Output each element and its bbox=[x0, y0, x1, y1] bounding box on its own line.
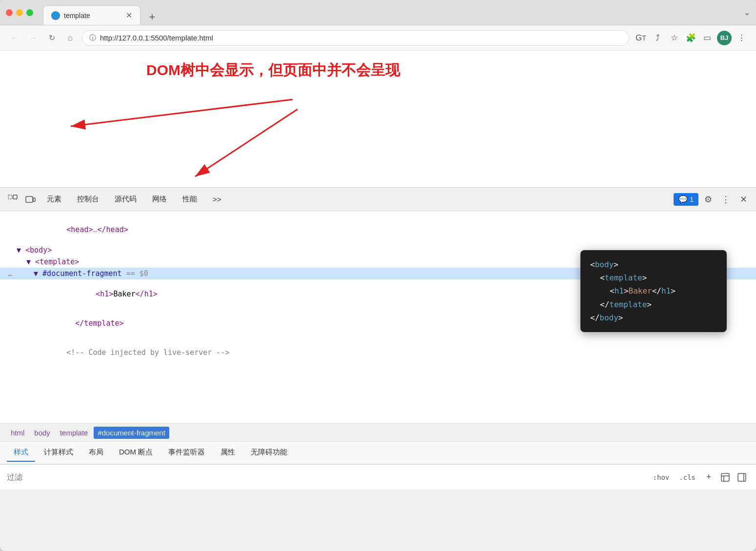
dom-h1-open: <h1> bbox=[96, 290, 113, 298]
tab-styles[interactable]: 样式 bbox=[7, 444, 35, 462]
url-bar[interactable]: ⓘ http://127.0.0.1:5500/template.html bbox=[82, 30, 629, 46]
tab-layout[interactable]: 布局 bbox=[82, 444, 110, 462]
device-toolbar-icon[interactable] bbox=[22, 192, 38, 207]
security-icon: ⓘ bbox=[89, 34, 96, 42]
browser-tab[interactable]: template ✕ bbox=[43, 5, 140, 25]
dom-template-close: </template> bbox=[75, 319, 123, 328]
svg-line-2 bbox=[71, 99, 293, 126]
tab-close-button[interactable]: ✕ bbox=[126, 11, 132, 20]
dom-h1-close: </h1> bbox=[136, 290, 158, 298]
tab-console[interactable]: 控制台 bbox=[70, 192, 106, 207]
avatar[interactable]: BJ bbox=[717, 31, 732, 45]
tab-sources[interactable]: 源代码 bbox=[108, 192, 143, 207]
filter-hov-button[interactable]: :hov bbox=[649, 472, 674, 483]
dom-tree: <head>…</head> ▼ <body> ▼ <template> … ▼… bbox=[0, 211, 756, 423]
title-bar: template ✕ + ⌄ bbox=[0, 0, 756, 25]
split-view-icon[interactable]: ▭ bbox=[700, 31, 714, 45]
dom-var: $0 bbox=[139, 269, 148, 278]
annotation-text: DOM树中会显示，但页面中并不会呈现 bbox=[146, 60, 400, 80]
breadcrumb-body[interactable]: body bbox=[30, 427, 54, 439]
code-tooltip: <body> <template> <h1>Baker</h1> </templ… bbox=[580, 250, 727, 332]
tab-properties[interactable]: 属性 bbox=[214, 444, 242, 462]
forward-button[interactable]: → bbox=[26, 31, 40, 45]
add-style-rule-button[interactable]: + bbox=[701, 470, 716, 485]
tab-favicon bbox=[51, 11, 60, 20]
console-badge[interactable]: 💬 1 bbox=[674, 193, 698, 206]
element-picker-icon[interactable] bbox=[5, 192, 20, 207]
tab-elements[interactable]: 元素 bbox=[40, 192, 68, 207]
dom-template-tag: <template> bbox=[31, 257, 79, 266]
dom-eq: == bbox=[122, 269, 139, 278]
svg-rect-11 bbox=[738, 473, 746, 481]
devtools-panel: 元素 控制台 源代码 网络 性能 >> 💬 1 ⚙ ⋮ ✕ <head>…</h… bbox=[0, 187, 756, 490]
tab-dom-breakpoints[interactable]: DOM 断点 bbox=[112, 444, 159, 462]
address-bar: ← → ↻ ⌂ ⓘ http://127.0.0.1:5500/template… bbox=[0, 25, 756, 51]
browser-window: template ✕ + ⌄ ← → ↻ ⌂ ⓘ http://127.0.0.… bbox=[0, 0, 756, 551]
new-tab-button[interactable]: + bbox=[144, 9, 160, 25]
tab-network[interactable]: 网络 bbox=[145, 192, 174, 207]
svg-rect-8 bbox=[721, 473, 729, 481]
devtools-close-icon[interactable]: ✕ bbox=[736, 192, 751, 207]
tooltip-line-4: </template> bbox=[590, 298, 717, 311]
dom-template-triangle: ▼ bbox=[8, 257, 31, 266]
traffic-lights bbox=[6, 9, 33, 16]
back-button[interactable]: ← bbox=[8, 31, 21, 45]
minimize-button[interactable] bbox=[16, 9, 23, 16]
filter-actions: :hov .cls + bbox=[649, 470, 749, 485]
badge-count: 1 bbox=[690, 196, 694, 203]
maximize-button[interactable] bbox=[26, 9, 33, 16]
translate-icon[interactable]: GT bbox=[634, 31, 648, 45]
toggle-sidebar-icon[interactable] bbox=[735, 470, 749, 485]
toolbar-icons: GT ⤴ ☆ 🧩 ▭ BJ ⋮ bbox=[634, 31, 748, 45]
filter-input[interactable] bbox=[7, 473, 645, 482]
dom-dots: … bbox=[8, 269, 12, 278]
dom-h1-text: Baker bbox=[113, 290, 135, 298]
dom-body-tag: <body> bbox=[21, 246, 52, 255]
svg-rect-7 bbox=[33, 198, 35, 201]
tooltip-line-5: </body> bbox=[590, 311, 717, 324]
dom-body-triangle: ▼ bbox=[8, 246, 21, 255]
close-button[interactable] bbox=[6, 9, 13, 16]
breadcrumb-template[interactable]: template bbox=[56, 427, 92, 439]
dom-fragment-tag: #document-fragment bbox=[38, 269, 122, 278]
filter-bar: :hov .cls + bbox=[0, 464, 756, 490]
tab-more[interactable]: >> bbox=[206, 192, 228, 206]
breadcrumb-html[interactable]: html bbox=[7, 427, 28, 439]
share-icon[interactable]: ⤴ bbox=[651, 31, 664, 45]
dom-line-comment: <!-- Code injected by live-server --> bbox=[0, 338, 756, 367]
bookmark-icon[interactable]: ☆ bbox=[667, 31, 681, 45]
lower-tabs: 样式 计算样式 布局 DOM 断点 事件监听器 属性 无障碍功能 bbox=[0, 442, 756, 464]
message-icon: 💬 bbox=[678, 195, 688, 204]
tabs-area: template ✕ + bbox=[43, 0, 740, 25]
page-content: DOM树中会显示，但页面中并不会呈现 bbox=[0, 51, 756, 187]
breadcrumb-bar: html body template #document-fragment bbox=[0, 423, 756, 442]
devtools-tabs: 元素 控制台 源代码 网络 性能 >> 💬 1 ⚙ ⋮ ✕ bbox=[0, 188, 756, 211]
tooltip-line-3: <h1>Baker</h1> bbox=[590, 284, 717, 297]
breadcrumb-fragment[interactable]: #document-fragment bbox=[94, 427, 169, 439]
tab-expand-icon[interactable]: ⌄ bbox=[744, 8, 750, 17]
tooltip-line-1: <body> bbox=[590, 258, 717, 271]
filter-cls-button[interactable]: .cls bbox=[675, 472, 699, 483]
home-button[interactable]: ⌂ bbox=[63, 31, 77, 45]
tab-performance[interactable]: 性能 bbox=[176, 192, 204, 207]
tab-accessibility[interactable]: 无障碍功能 bbox=[244, 444, 294, 462]
inspect-style-icon[interactable] bbox=[718, 470, 733, 485]
settings-icon[interactable]: ⚙ bbox=[700, 192, 716, 207]
devtools-menu-icon[interactable]: ⋮ bbox=[718, 192, 734, 207]
tab-title: template bbox=[64, 12, 90, 20]
svg-rect-4 bbox=[8, 195, 12, 199]
svg-line-3 bbox=[195, 109, 298, 177]
url-text: http://127.0.0.1:5500/template.html bbox=[100, 34, 622, 42]
svg-rect-5 bbox=[13, 195, 17, 199]
dom-comment: <!-- Code injected by live-server --> bbox=[66, 348, 229, 357]
dom-line-head[interactable]: <head>…</head> bbox=[0, 215, 756, 244]
tab-computed[interactable]: 计算样式 bbox=[37, 444, 80, 462]
dom-head-tag: <head>…</head> bbox=[8, 216, 128, 243]
tooltip-line-2: <template> bbox=[590, 271, 717, 284]
tab-event-listeners[interactable]: 事件监听器 bbox=[161, 444, 212, 462]
menu-icon[interactable]: ⋮ bbox=[735, 31, 748, 45]
reload-button[interactable]: ↻ bbox=[45, 31, 59, 45]
extension-icon[interactable]: 🧩 bbox=[684, 31, 697, 45]
svg-rect-6 bbox=[26, 197, 33, 202]
